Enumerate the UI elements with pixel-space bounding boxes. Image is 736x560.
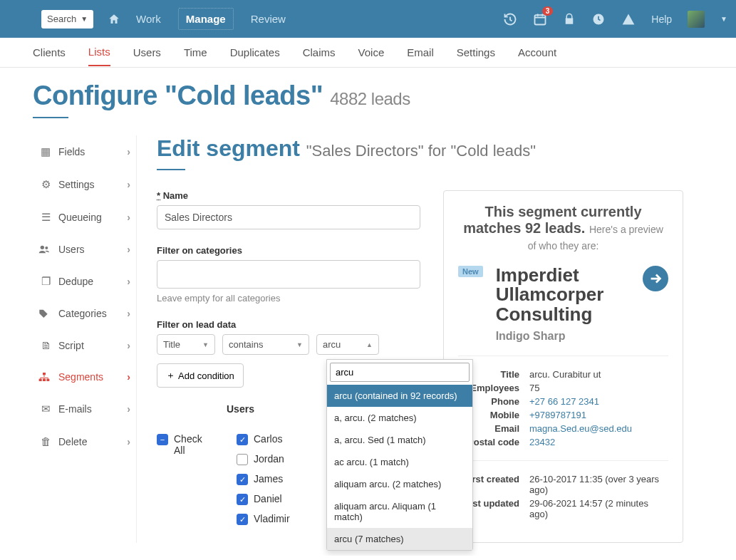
editor-subheading: "Sales Directors" for "Cold leads" <box>306 142 536 160</box>
sidebar-item-settings[interactable]: ⚙Settings› <box>33 168 136 201</box>
checkbox-indeterminate[interactable]: − <box>157 434 168 445</box>
title-rule <box>33 117 68 118</box>
checkbox[interactable]: ✓ <box>237 514 248 525</box>
sitemap-icon <box>38 372 53 382</box>
operator-select-value: contains <box>229 339 263 350</box>
history-icon[interactable] <box>503 12 517 26</box>
avatar[interactable] <box>688 11 705 28</box>
name-input[interactable] <box>157 205 420 229</box>
sidebar-item-label: Delete <box>58 436 87 447</box>
svg-point-2 <box>41 246 44 249</box>
check-all[interactable]: −Check All <box>157 433 202 456</box>
sidebar-item-label: Script <box>58 340 84 351</box>
dropdown-option[interactable]: aliquam arcu. (2 matches) <box>327 473 472 495</box>
svg-rect-4 <box>43 373 46 375</box>
subnav-duplicates[interactable]: Duplicates <box>230 39 280 66</box>
help-link[interactable]: Help <box>651 14 672 25</box>
users-icon <box>38 244 53 254</box>
editor-row: * Name Filter on categories Leave empty … <box>157 190 683 543</box>
sidebar-item-fields[interactable]: ▦Fields› <box>33 135 136 168</box>
warning-icon[interactable] <box>621 12 636 26</box>
categories-input[interactable] <box>157 260 420 289</box>
operator-select[interactable]: contains▼ <box>222 334 309 355</box>
checkbox[interactable] <box>237 454 248 465</box>
dropdown-option[interactable]: a, arcu. (2 matches) <box>327 407 472 429</box>
nav-review[interactable]: Review <box>251 13 286 25</box>
editor-heading: Edit segment "Sales Directors" for "Cold… <box>157 135 683 162</box>
kv-value: 26-10-2017 11:35 (over 3 years ago) <box>529 474 668 495</box>
subnav-lists[interactable]: Lists <box>88 38 110 66</box>
subnav-email[interactable]: Email <box>407 39 434 66</box>
list-icon: ☰ <box>38 211 53 224</box>
kv-value[interactable]: +9789787191 <box>529 410 668 420</box>
checkbox[interactable]: ✓ <box>237 434 248 445</box>
sidebar-item-label: E-mails <box>58 403 92 415</box>
calendar-icon[interactable]: 3 <box>533 12 547 26</box>
user-name: James <box>254 473 283 484</box>
sidebar-item-script[interactable]: 🗎Script› <box>33 329 136 361</box>
editor-heading-text: Edit segment <box>157 135 300 161</box>
dropdown-option[interactable]: ac arcu. (1 match) <box>327 451 472 473</box>
chevron-right-icon: › <box>127 276 130 287</box>
sidebar-item-users[interactable]: Users› <box>33 234 136 265</box>
checkbox[interactable]: ✓ <box>237 474 248 485</box>
sidebar-item-label: Categories <box>58 308 107 319</box>
nav-manage[interactable]: Manage <box>178 8 234 30</box>
lead-filter-label: Filter on lead data <box>157 319 420 330</box>
sidebar-item-emails[interactable]: ✉E-mails› <box>33 393 136 425</box>
subnav-users[interactable]: Users <box>133 39 161 66</box>
subnav-account[interactable]: Account <box>518 39 556 66</box>
chevron-right-icon: › <box>127 308 130 319</box>
lock-icon[interactable] <box>563 13 576 26</box>
company-name: Imperdiet Ullamcorper Consulting <box>496 266 630 324</box>
svg-rect-0 <box>535 15 546 24</box>
chevron-right-icon: › <box>127 436 130 447</box>
dropdown-option[interactable]: arcu (7 matches) <box>327 528 472 550</box>
user-row[interactable]: Jordan <box>237 453 290 465</box>
sidebar-item-categories[interactable]: Categories› <box>33 298 136 329</box>
home-icon[interactable] <box>108 13 120 26</box>
nav-work[interactable]: Work <box>136 13 161 25</box>
sidebar-item-delete[interactable]: 🗑Delete› <box>33 425 136 457</box>
subnav-settings[interactable]: Settings <box>457 39 495 66</box>
chevron-right-icon: › <box>127 371 130 383</box>
sidebar-item-queueing[interactable]: ☰Queueing› <box>33 201 136 234</box>
subnav-claims[interactable]: Claims <box>303 39 336 66</box>
field-select[interactable]: Title▼ <box>157 334 215 355</box>
dropdown-option[interactable]: a, arcu. Sed (1 match) <box>327 429 472 451</box>
kv-value[interactable]: 23432 <box>529 437 668 447</box>
user-row[interactable]: ✓James <box>237 473 290 485</box>
dropdown-search-input[interactable] <box>330 363 470 382</box>
form-column: * Name Filter on categories Leave empty … <box>157 190 420 543</box>
chevron-right-icon: › <box>127 340 130 351</box>
next-lead-button[interactable] <box>643 266 668 291</box>
add-condition-label: Add condition <box>178 370 234 381</box>
value-select[interactable]: arcu▲ <box>316 334 379 355</box>
user-row[interactable]: ✓Vladimir <box>237 513 290 525</box>
user-caret-icon[interactable]: ▼ <box>720 15 727 23</box>
kv-value[interactable]: magna.Sed.eu@sed.edu <box>529 423 668 434</box>
sidebar-item-segments[interactable]: Segments› <box>33 361 136 393</box>
sidebar-item-label: Dedupe <box>58 276 93 287</box>
checkbox[interactable]: ✓ <box>237 494 248 505</box>
subnav-voice[interactable]: Voice <box>358 39 385 66</box>
add-condition-button[interactable]: ＋Add condition <box>157 363 244 388</box>
sidebar-item-dedupe[interactable]: ❐Dedupe› <box>33 265 136 298</box>
main: Configure "Cold leads" 4882 leads ▦Field… <box>0 68 736 556</box>
clock-icon[interactable] <box>591 12 606 26</box>
user-row[interactable]: ✓Daniel <box>237 493 290 505</box>
subnav-clients[interactable]: Clients <box>33 39 66 66</box>
kv-value[interactable]: +27 66 127 2341 <box>529 396 668 407</box>
notification-badge: 3 <box>542 6 554 16</box>
content: ▦Fields› ⚙Settings› ☰Queueing› Users› ❐D… <box>33 135 703 543</box>
sidebar-item-label: Settings <box>58 179 95 190</box>
sidebar-item-label: Queueing <box>58 212 102 223</box>
field-select-value: Title <box>163 339 180 350</box>
kv-phone: Phone+27 66 127 2341 <box>458 396 668 407</box>
contact-name: Indigo Sharp <box>496 330 630 343</box>
dropdown-option[interactable]: aliquam arcu. Aliquam (1 match) <box>327 495 472 528</box>
user-row[interactable]: ✓Carlos <box>237 433 290 445</box>
subnav-time[interactable]: Time <box>184 39 207 66</box>
dropdown-option[interactable]: arcu (contained in 92 records) <box>327 385 472 407</box>
search-dropdown[interactable]: Search ▼ <box>41 10 93 28</box>
